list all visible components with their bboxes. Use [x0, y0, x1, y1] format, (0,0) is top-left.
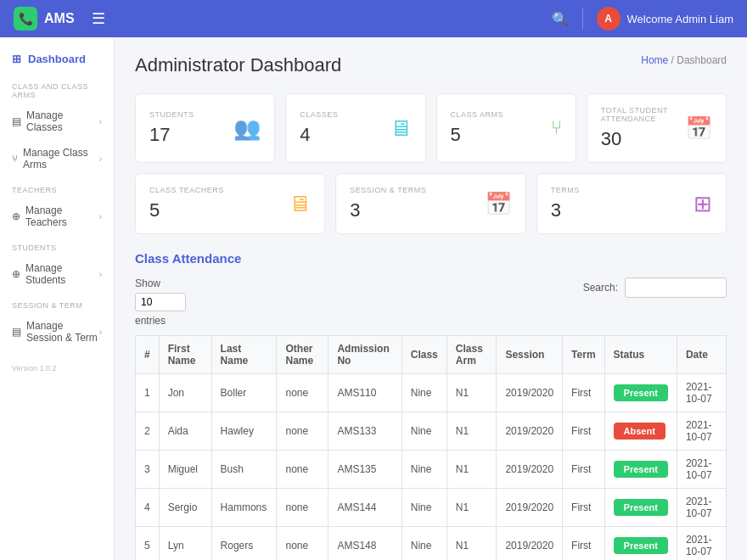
stat-label-terms: TERMS [551, 186, 580, 194]
total-attendance-icon: 📅 [685, 115, 712, 142]
stat-value-class-teachers: 5 [149, 199, 224, 221]
cell-first-name: Jon [159, 374, 211, 412]
stat-label-total-attendance: TOTAL STUDENT ATTENDANCE [601, 106, 685, 123]
stat-card-class-teachers: CLASS TEACHERS 5 🖥 [135, 173, 325, 234]
cell-first-name: Sergio [159, 489, 211, 527]
search-icon[interactable]: 🔍 [552, 11, 569, 27]
breadcrumb-current: Dashboard [677, 54, 727, 66]
table-row: 2 Aida Hawley none AMS133 Nine N1 2019/2… [136, 412, 727, 451]
cell-date: 2021-10-07 [677, 412, 726, 451]
col-header-date: Date [677, 336, 726, 374]
sidebar-section-class: Class and Class Arms [0, 74, 114, 103]
cell-num: 3 [136, 451, 160, 489]
cell-arm: N1 [447, 489, 497, 527]
cell-arm: N1 [447, 374, 497, 412]
cell-session: 2019/2020 [497, 451, 563, 489]
cell-class: Nine [402, 489, 447, 527]
cell-term: First [563, 489, 604, 527]
stat-value-classes: 4 [300, 124, 338, 146]
sidebar-item-dashboard[interactable]: ⊞ Dashboard [0, 44, 114, 74]
terms-icon: ⊞ [694, 191, 712, 217]
user-label: Welcome Admin Liam [627, 13, 733, 25]
stat-card-terms: TERMS 3 ⊞ [536, 173, 727, 234]
sidebar-item-manage-teachers[interactable]: ⊕ Manage Teachers › [0, 198, 114, 235]
stat-card-class-arms: CLASS ARMS 5 ⑂ [436, 93, 576, 163]
cell-first-name: Miguel [159, 451, 211, 489]
entries-select[interactable]: 10 25 50 [135, 293, 186, 311]
sidebar-item-manage-classes[interactable]: ▤ Manage Classes › [0, 103, 114, 140]
chevron-right-icon: › [99, 270, 102, 279]
class-arms-icon: ⑂ [551, 117, 562, 139]
stat-label-class-arms: CLASS ARMS [451, 110, 504, 119]
chevron-right-icon: › [99, 154, 102, 164]
stat-value-session-terms: 3 [350, 199, 426, 221]
sidebar-section-students: Students [0, 235, 114, 255]
cell-num: 4 [136, 489, 160, 527]
search-input[interactable] [625, 277, 727, 298]
nav-divider [582, 8, 583, 29]
class-teachers-icon: 🖥 [289, 191, 311, 217]
main-content: Administrator Dashboard Home / Dashboard… [115, 37, 747, 560]
sidebar-item-manage-students[interactable]: ⊕ Manage Students › [0, 255, 114, 293]
show-entries-control: Show 10 25 50 entries [135, 277, 186, 327]
students-icon: 👥 [233, 115, 261, 142]
app-logo[interactable]: 📞 AMS [14, 7, 75, 31]
col-header-other-name: Other Name [277, 336, 329, 374]
sidebar-item-manage-session[interactable]: ▤ Manage Session & Term › [0, 313, 114, 350]
cell-arm: N1 [447, 412, 497, 451]
stat-label-session-terms: SESSION & TERMS [350, 186, 426, 194]
sidebar-item-manage-class-arms[interactable]: ⑂ Manage Class Arms › [0, 140, 114, 177]
cell-status: Present [604, 451, 677, 489]
col-header-num: # [136, 336, 160, 374]
cell-class: Nine [402, 374, 447, 412]
cell-arm: N1 [447, 527, 497, 561]
attendance-section: Class Attendance Show 10 25 50 entries [135, 251, 727, 560]
status-badge: Present [614, 384, 668, 401]
chevron-right-icon: › [99, 328, 102, 337]
manage-session-icon: ▤ [12, 326, 21, 338]
sidebar-section-session: Session & Term [0, 293, 114, 313]
cell-status: Present [604, 527, 677, 561]
breadcrumb-home[interactable]: Home [641, 54, 668, 66]
manage-classes-icon: ▤ [12, 115, 21, 127]
cell-admission: AMS148 [329, 527, 402, 561]
top-navigation: 📞 AMS ☰ 🔍 A Welcome Admin Liam [0, 0, 747, 37]
status-badge: Present [614, 461, 668, 478]
hamburger-menu-button[interactable]: ☰ [92, 9, 105, 28]
cell-admission: AMS110 [329, 374, 402, 412]
cell-date: 2021-10-07 [677, 451, 726, 489]
stat-value-total-attendance: 30 [601, 128, 685, 150]
cell-last-name: Bush [211, 451, 277, 489]
cell-arm: N1 [447, 451, 497, 489]
cell-admission: AMS135 [329, 451, 402, 489]
manage-class-arms-label: Manage Class Arms [23, 147, 99, 171]
sidebar-dashboard-label: Dashboard [28, 53, 86, 65]
table-row: 4 Sergio Hammons none AMS144 Nine N1 201… [136, 489, 727, 527]
cell-other-name: none [277, 451, 329, 489]
cell-num: 1 [136, 374, 160, 412]
status-badge: Present [614, 499, 668, 516]
chevron-right-icon: › [99, 212, 102, 221]
col-header-first-name: First Name [159, 336, 211, 374]
table-row: 5 Lyn Rogers none AMS148 Nine N1 2019/20… [136, 527, 727, 561]
status-badge: Absent [614, 423, 666, 440]
logo-icon: 📞 [14, 7, 37, 31]
table-controls: Show 10 25 50 entries Search: [135, 277, 727, 327]
cell-session: 2019/2020 [497, 489, 563, 527]
cell-last-name: Rogers [211, 527, 277, 561]
manage-teachers-icon: ⊕ [12, 210, 20, 222]
breadcrumb: Home / Dashboard [641, 54, 727, 66]
cell-date: 2021-10-07 [677, 489, 726, 527]
page-title: Administrator Dashboard [135, 54, 341, 76]
cell-status: Present [604, 489, 677, 527]
entries-label: entries [135, 315, 186, 327]
user-menu[interactable]: A Welcome Admin Liam [597, 7, 733, 31]
stats-grid-row2: CLASS TEACHERS 5 🖥 SESSION & TERMS 3 📅 T… [135, 173, 727, 234]
stat-value-students: 17 [149, 124, 194, 146]
col-header-admission: Admission No [329, 336, 402, 374]
stat-value-terms: 3 [551, 199, 580, 221]
cell-session: 2019/2020 [497, 374, 563, 412]
stats-grid-row1: STUDENTS 17 👥 CLASSES 4 🖥 CLASS ARMS 5 ⑂ [135, 93, 727, 163]
avatar: A [597, 7, 621, 31]
col-header-class: Class [402, 336, 447, 374]
